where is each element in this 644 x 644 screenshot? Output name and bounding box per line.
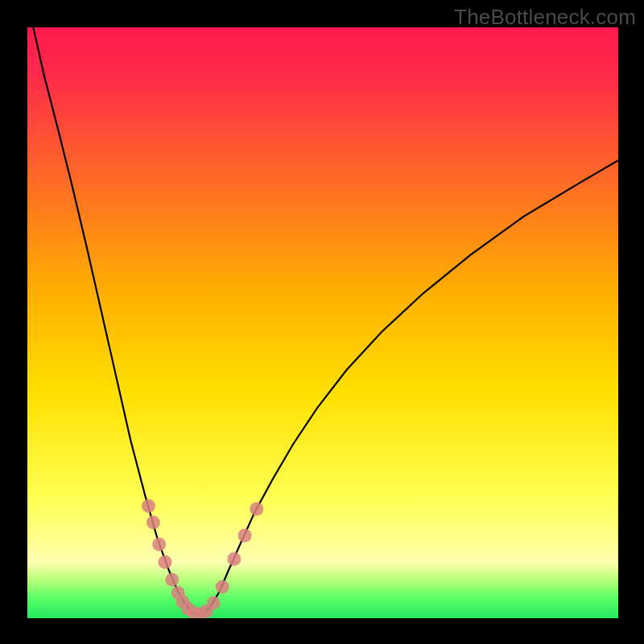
chart-svg [27,27,618,618]
curve-marker [159,555,172,569]
curve-marker [165,573,179,587]
curve-marker [152,538,166,551]
curve-marker [147,516,160,530]
chart-frame: TheBottleneck.com [0,0,644,644]
curve-marker [227,552,241,566]
curve-marker [250,502,263,516]
curve-marker [216,580,229,594]
curve-marker [207,596,221,609]
gradient-background [27,27,618,618]
curve-marker [238,529,252,543]
curve-marker [142,499,155,513]
watermark-text: TheBottleneck.com [454,5,636,30]
